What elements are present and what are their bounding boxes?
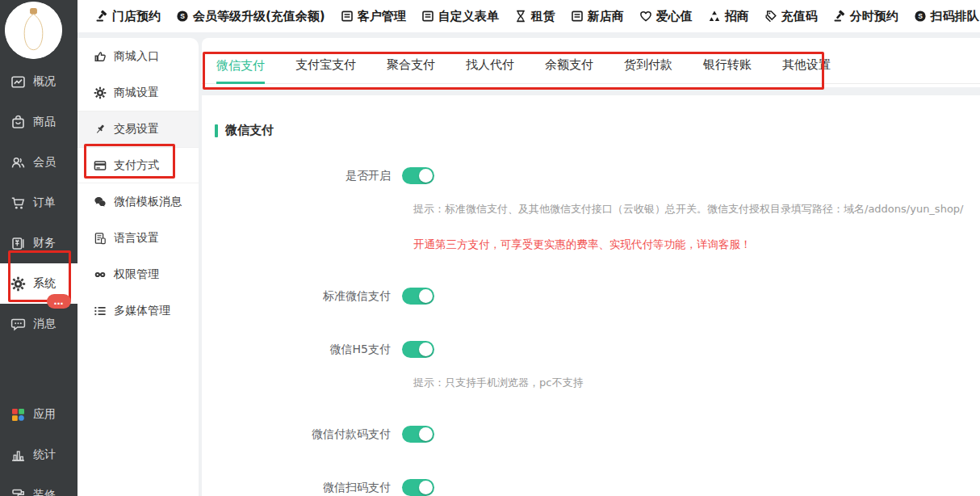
subnav-item-mall-entry[interactable]: 商城入口 [77,38,199,74]
subnav-item-permissions[interactable]: 权限管理 [77,256,199,292]
list-icon [94,305,107,317]
tab-other-settings[interactable]: 其他设置 [782,57,831,83]
members-icon [10,155,26,170]
tab-proxy-pay[interactable]: 找人代付 [466,57,514,83]
subnav-item-wechat-template[interactable]: 微信模板消息 [77,183,199,220]
form-row-h5-pay: 微信H5支付 [202,341,980,358]
admin-app: 概况 商品 会员 订单 财务 系统 消息 应用 统计 装修 … 门店预约 会员等… [0,0,980,496]
topnav-label: 分时预约 [850,9,898,24]
micropay-toggle[interactable] [402,426,434,443]
sidebar-item-label: 订单 [33,195,56,210]
topnav-item-rental[interactable]: 租赁 [514,9,555,24]
field-label: 是否开启 [202,169,402,183]
tab-balance-pay[interactable]: 余额支付 [545,57,593,83]
topnav-label: 门店预约 [112,9,161,24]
topnav-item-investment[interactable]: 招商 [708,9,749,24]
topnav-label: 扫码排队 [931,9,979,24]
tags-icon [764,10,777,23]
section-title: 微信支付 [215,123,980,138]
subnav-label: 商城入口 [114,49,159,64]
system-subnav: 商城入口 商城设置 交易设置 支付方式 微信模板消息 语言设置 权限管理 多媒体… [77,38,199,496]
finance-icon [10,236,26,251]
subnav-label: 交易设置 [114,122,159,137]
payment-tabs-card: 微信支付 支付宝支付 聚合支付 找人代付 余额支付 货到付款 银行转账 其他设置 [202,38,980,87]
subnav-label: 商城设置 [114,86,159,100]
skype-icon [176,10,189,23]
form-icon [571,10,584,23]
form-row-enable: 是否开启 [202,167,980,184]
subnav-item-multimedia[interactable]: 多媒体管理 [77,292,199,329]
sidebar-item-label: 商品 [33,115,56,129]
sidebar-item-finance[interactable]: 财务 [0,223,77,263]
subnav-item-mall-settings[interactable]: 商城设置 [77,74,199,111]
subnav-label: 多媒体管理 [114,304,170,318]
topnav-item-love-value[interactable]: 爱心值 [639,9,693,24]
page-body: 商城入口 商城设置 交易设置 支付方式 微信模板消息 语言设置 权限管理 多媒体… [77,32,980,496]
tab-cod[interactable]: 货到付款 [624,57,672,83]
store-logo[interactable] [5,2,62,59]
credit-card-icon [94,159,107,172]
topnav-item-scan-queue[interactable]: 扫码排队 [914,9,979,24]
tab-wechat-pay[interactable]: 微信支付 [216,58,265,84]
standard-wechat-toggle[interactable] [402,288,434,305]
ellipsis-badge[interactable]: … [47,294,71,309]
enable-toggle[interactable] [402,167,434,184]
h5-pay-toggle[interactable] [402,341,434,358]
thumbs-up-icon [94,50,107,63]
tab-alipay[interactable]: 支付宝支付 [295,57,356,83]
mask-icon [94,268,107,281]
perfume-bottle-image [5,2,62,59]
topnav-label: 自定义表单 [438,9,499,24]
tab-bank-transfer[interactable]: 银行转账 [703,57,752,83]
sidebar-item-label: 概况 [33,74,56,89]
third-party-warning-text: 开通第三方支付，可享受更实惠的费率、实现代付等功能，详询客服！ [413,237,980,252]
sidebar-item-stats[interactable]: 统计 [0,435,77,475]
topnav-item-member-upgrade[interactable]: 会员等级升级(充值余额) [176,9,325,24]
sidebar-item-label: 系统 [33,276,56,291]
topnav-item-customer-mgmt[interactable]: 客户管理 [341,9,406,24]
message-icon [10,317,26,332]
section-title-text: 微信支付 [225,123,274,138]
gavel-icon [95,10,108,23]
sidebar-item-goods[interactable]: 商品 [0,102,77,142]
top-plugin-nav: 门店预约 会员等级升级(充值余额) 客户管理 自定义表单 租赁 新店商 爱心值 … [77,0,980,32]
wechat-pay-settings-panel: 微信支付 是否开启 提示：标准微信支付、及其他微信支付接口（云收银）总开关。微信… [202,95,980,496]
sidebar-item-overview[interactable]: 概况 [0,61,77,102]
enable-hint-text: 提示：标准微信支付、及其他微信支付接口（云收银）总开关。微信支付授权目录填写路径… [413,202,980,216]
topnav-item-new-shop[interactable]: 新店商 [571,9,624,24]
paint-roller-icon [10,488,26,496]
stats-icon [10,448,26,463]
topnav-item-store-booking[interactable]: 门店预约 [95,9,161,24]
sidebar-item-members[interactable]: 会员 [0,142,77,183]
topnav-item-recharge-code[interactable]: 充值码 [764,9,818,24]
topnav-label: 招商 [725,9,749,24]
subnav-item-language[interactable]: 语言设置 [77,220,199,256]
subnav-item-trade-settings[interactable]: 交易设置 [77,111,199,147]
subnav-item-payment-methods[interactable]: 支付方式 [77,147,199,183]
gear-icon [10,276,26,292]
sidebar-item-decorate[interactable]: 装修 [0,475,77,496]
h5-hint-text: 提示：只支持手机浏览器，pc不支持 [413,376,980,390]
sidebar-item-label: 财务 [33,236,56,250]
sidebar-item-label: 统计 [33,448,56,462]
topnav-label: 租赁 [531,9,555,24]
primary-sidebar: 概况 商品 会员 订单 财务 系统 消息 应用 统计 装修 … [0,0,77,496]
logo-area [0,0,77,61]
sidebar-item-messages[interactable]: 消息 [0,304,77,344]
topnav-item-custom-form[interactable]: 自定义表单 [421,9,499,24]
topnav-item-time-booking[interactable]: 分时预约 [833,9,898,24]
topnav-label: 充值码 [781,9,818,24]
scan-pay-toggle[interactable] [402,479,434,496]
subnav-label: 权限管理 [114,267,159,282]
hourglass-icon [514,10,527,23]
sidebar-item-apps[interactable]: 应用 [0,394,77,435]
topnav-label: 爱心值 [656,9,693,24]
topnav-label: 客户管理 [358,9,406,24]
form-row-micropay: 微信付款码支付 [202,426,980,443]
form-row-scan-pay: 微信扫码支付 [202,479,980,496]
sidebar-item-label: 会员 [33,155,56,170]
tab-aggregate-pay[interactable]: 聚合支付 [387,57,435,83]
language-icon [94,232,107,245]
sidebar-item-orders[interactable]: 订单 [0,183,77,223]
sidebar-item-label: 应用 [33,407,56,422]
